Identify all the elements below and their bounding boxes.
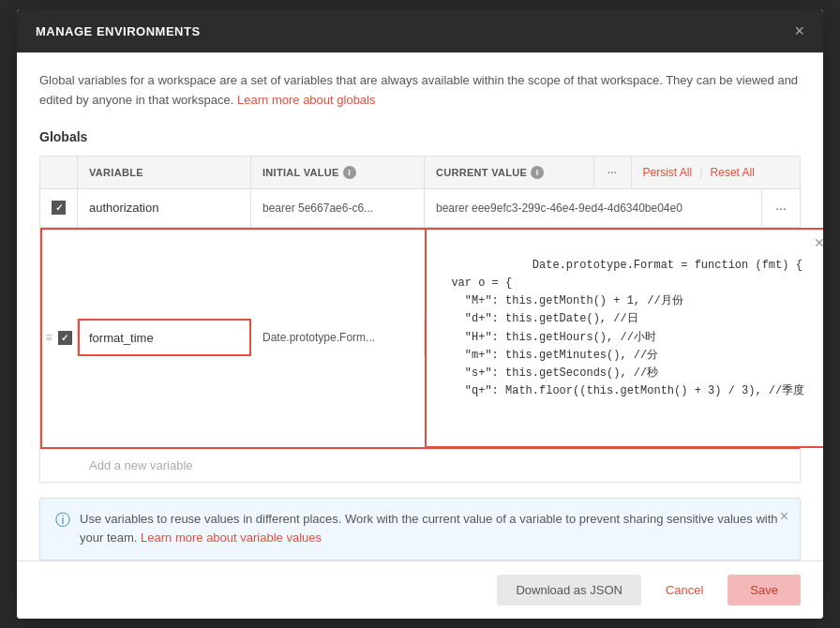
row1-initial-value-cell[interactable]: bearer 5e667ae6-c6... bbox=[251, 189, 425, 227]
reset-all-button[interactable]: Reset All bbox=[711, 166, 755, 179]
row2-drag-checkbox-cell: ≡ bbox=[40, 319, 78, 356]
modal-body: Global variables for a workspace are a s… bbox=[17, 52, 823, 561]
initial-value-info-icon[interactable]: i bbox=[343, 166, 356, 179]
th-ellipsis: ··· bbox=[594, 157, 632, 188]
row2-variable-name: format_time bbox=[89, 331, 154, 345]
current-value-info-icon[interactable]: i bbox=[531, 166, 544, 179]
modal-overlay: MANAGE ENVIRONMENTS × Global variables f… bbox=[0, 0, 840, 628]
popup-close-button[interactable]: ✕ bbox=[814, 235, 823, 250]
persist-all-button[interactable]: Persist All bbox=[643, 166, 693, 179]
modal-close-button[interactable]: × bbox=[794, 22, 804, 39]
row1-checkbox[interactable] bbox=[52, 201, 66, 215]
info-bar-text: Use variables to reuse values in differe… bbox=[80, 510, 785, 549]
th-actions: Persist All | Reset All bbox=[632, 157, 801, 188]
row1-current-value: bearer eee9efc3-299c-46e4-9ed4-4d6340be0… bbox=[436, 202, 682, 215]
row1-initial-value: bearer 5e667ae6-c6... bbox=[262, 202, 373, 215]
row2-popup-editor: Date.prototype.Format = function (fmt) {… bbox=[425, 228, 823, 448]
cancel-button[interactable]: Cancel bbox=[651, 575, 718, 606]
info-bar: ⓘ Use variables to reuse values in diffe… bbox=[39, 498, 801, 561]
learn-more-globals-link[interactable]: Learn more about globals bbox=[237, 93, 375, 107]
globals-section-title: Globals bbox=[39, 129, 801, 144]
row1-variable-name: authorization bbox=[89, 201, 158, 215]
table-row-format-time: ≡ format_time Date.prototype.Form... Dat… bbox=[40, 228, 800, 449]
manage-environments-modal: MANAGE ENVIRONMENTS × Global variables f… bbox=[17, 9, 823, 619]
table-row-authorization: authorization bearer 5e667ae6-c6... bear… bbox=[40, 189, 800, 228]
info-bar-icon: ⓘ bbox=[55, 511, 70, 531]
globals-table: VARIABLE INITIAL VALUE i CURRENT VALUE i… bbox=[39, 156, 801, 483]
row1-variable-cell: authorization bbox=[78, 189, 251, 227]
modal-header: MANAGE ENVIRONMENTS × bbox=[17, 9, 823, 52]
row1-current-value-cell[interactable]: bearer eee9efc3-299c-46e4-9ed4-4d6340be0… bbox=[425, 189, 762, 227]
description-text: Global variables for a workspace are a s… bbox=[39, 71, 801, 111]
row1-dots-cell: ··· bbox=[762, 189, 800, 227]
download-json-button[interactable]: Download as JSON bbox=[497, 575, 640, 606]
row2-initial-value-cell[interactable]: Date.prototype.Form... bbox=[251, 319, 425, 356]
modal-footer: Download as JSON Cancel Save bbox=[17, 561, 823, 619]
add-variable-row[interactable]: Add a new variable bbox=[40, 449, 800, 482]
row1-dots-button[interactable]: ··· bbox=[775, 201, 787, 216]
row2-variable-cell: format_time bbox=[78, 319, 251, 356]
th-checkbox bbox=[40, 157, 78, 188]
row2-drag-handle[interactable]: ≡ bbox=[46, 331, 52, 344]
row2-current-value-cell[interactable]: Date.prototype.Format = function (fmt) {… bbox=[425, 228, 823, 448]
row2-initial-value: Date.prototype.Form... bbox=[262, 331, 375, 344]
row1-checkbox-cell bbox=[40, 189, 78, 227]
row2-checkbox[interactable] bbox=[58, 331, 72, 345]
modal-title: MANAGE ENVIRONMENTS bbox=[36, 24, 201, 38]
table-header-row: VARIABLE INITIAL VALUE i CURRENT VALUE i… bbox=[40, 157, 800, 189]
save-button[interactable]: Save bbox=[728, 575, 801, 606]
info-bar-close-button[interactable]: × bbox=[780, 508, 788, 525]
th-initial-value: INITIAL VALUE i bbox=[251, 157, 425, 188]
th-current-value: CURRENT VALUE i bbox=[425, 157, 594, 188]
th-variable: VARIABLE bbox=[78, 157, 251, 188]
learn-more-variables-link[interactable]: Learn more about variable values bbox=[141, 531, 322, 545]
